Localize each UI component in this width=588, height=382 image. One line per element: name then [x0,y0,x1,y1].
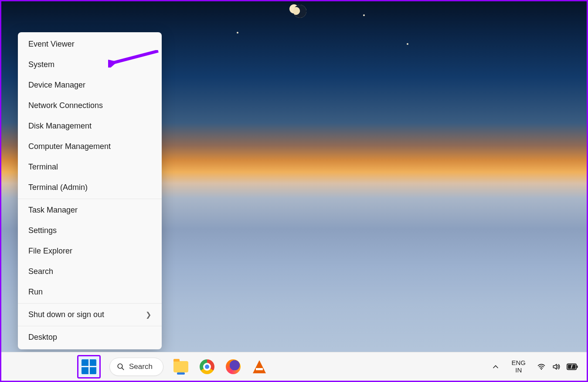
winx-item-desktop[interactable]: Desktop [18,327,162,348]
winx-item-task-manager[interactable]: Task Manager [18,200,162,220]
winx-item-system[interactable]: System [18,54,162,75]
winx-item-shutdown-signout[interactable]: Shut down or sign out ❯ [18,304,162,325]
menu-label: System [28,60,54,69]
taskbar-app-file-explorer[interactable] [172,358,190,375]
system-tray: ENG IN [489,352,580,381]
menu-label: Device Manager [28,81,85,90]
winx-menu: Event Viewer System Device Manager Netwo… [18,32,162,349]
menu-label: Desktop [28,333,57,342]
winx-item-disk-management[interactable]: Disk Management [18,116,162,136]
svg-line-2 [122,368,124,369]
menu-label: Run [28,287,43,297]
language-indicator[interactable]: ENG IN [510,358,527,375]
menu-label: Terminal (Admin) [28,183,88,192]
chevron-right-icon: ❯ [146,311,151,319]
menu-label: Network Connections [28,101,103,110]
taskbar-app-firefox[interactable] [224,358,242,375]
volume-icon [552,362,561,371]
chrome-icon [200,359,214,374]
winx-item-run[interactable]: Run [18,282,162,302]
menu-label: Terminal [28,162,58,172]
winx-item-device-manager[interactable]: Device Manager [18,75,162,95]
winx-item-event-viewer[interactable]: Event Viewer [18,34,162,54]
start-button[interactable] [77,355,101,379]
taskbar-app-chrome[interactable] [198,358,216,375]
svg-point-3 [541,368,542,370]
menu-separator [18,326,162,326]
taskbar: Search ENG IN [1,352,587,381]
language-line2: IN [511,367,526,374]
star-graphic [407,43,408,45]
star-graphic [237,32,238,34]
chevron-up-icon [491,362,500,371]
moon-graphic [292,3,308,20]
winx-item-file-explorer[interactable]: File Explorer [18,241,162,261]
taskbar-center-group: Search [77,355,268,379]
battery-icon [567,363,578,370]
wifi-icon [537,362,546,371]
winx-item-terminal[interactable]: Terminal [18,157,162,177]
winx-item-settings[interactable]: Settings [18,220,162,241]
menu-separator [18,303,162,304]
winx-item-terminal-admin[interactable]: Terminal (Admin) [18,177,162,198]
star-graphic [363,14,365,16]
taskbar-search[interactable]: Search [109,358,163,376]
vlc-icon [253,360,266,373]
menu-label: Computer Management [28,142,111,151]
menu-label: Disk Management [28,122,92,131]
svg-rect-5 [577,365,578,368]
taskbar-app-vlc[interactable] [251,358,268,375]
menu-label: Shut down or sign out [28,310,104,319]
menu-label: Search [28,267,53,276]
file-explorer-icon [173,361,188,372]
winx-item-network-connections[interactable]: Network Connections [18,95,162,116]
menu-label: Settings [28,226,57,235]
winx-item-computer-management[interactable]: Computer Management [18,136,162,157]
winx-item-search[interactable]: Search [18,261,162,282]
menu-separator [18,199,162,199]
language-line1: ENG [511,359,526,367]
quick-settings-button[interactable] [535,358,580,375]
search-icon [117,363,125,371]
search-label: Search [129,362,153,371]
firefox-icon [226,359,241,374]
menu-label: File Explorer [28,247,72,256]
windows-logo-icon [82,359,96,374]
tray-overflow-button[interactable] [489,358,502,375]
menu-label: Event Viewer [28,40,75,49]
menu-label: Task Manager [28,206,78,215]
